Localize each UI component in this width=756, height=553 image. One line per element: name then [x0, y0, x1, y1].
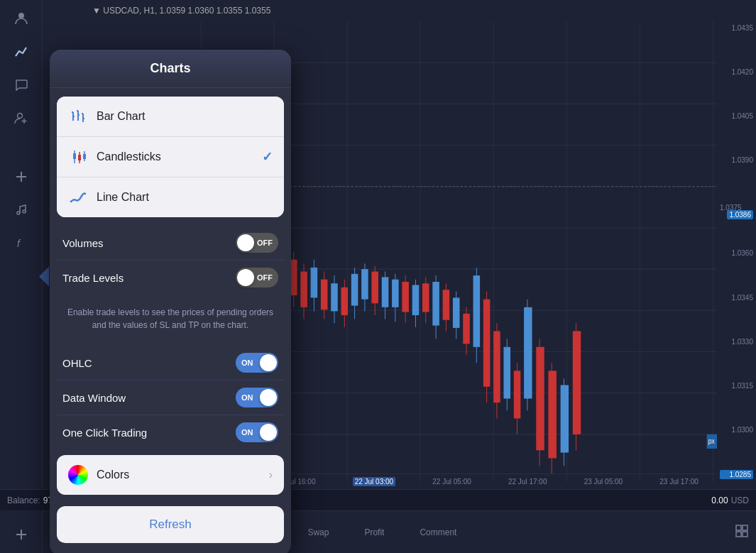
chart-type-bar[interactable]: Bar Chart [57, 97, 284, 137]
toggle-knob-5 [260, 424, 277, 441]
svg-rect-77 [432, 282, 439, 326]
charts-panel: Charts Bar Chart [50, 50, 291, 553]
color-wheel-icon [68, 465, 88, 485]
svg-rect-75 [422, 283, 429, 312]
svg-rect-120 [736, 532, 741, 537]
svg-point-107 [18, 13, 24, 18]
svg-rect-61 [351, 274, 358, 306]
sidebar-icon-chart[interactable] [10, 40, 33, 63]
svg-rect-79 [443, 290, 450, 320]
settings-section-2: OHLC ON Data Window ON One Click Trading… [57, 346, 284, 449]
svg-rect-71 [402, 282, 409, 312]
sidebar-icon-chat[interactable] [10, 74, 33, 97]
svg-rect-132 [73, 153, 76, 159]
toggle-knob [237, 234, 254, 251]
sidebar-icon-music-note[interactable] [10, 199, 33, 221]
data-window-toggle[interactable]: ON [236, 388, 278, 407]
chart-types-list: Bar Chart Candlesticks ✓ [57, 97, 284, 217]
svg-rect-83 [463, 314, 470, 344]
line-chart-icon [68, 187, 88, 207]
svg-rect-63 [361, 269, 368, 300]
svg-rect-99 [548, 371, 556, 458]
toggle-knob-2 [237, 269, 254, 286]
low-price-badge: 1.0285 [720, 470, 753, 479]
svg-rect-89 [493, 331, 500, 403]
svg-rect-97 [536, 347, 544, 450]
svg-text:f: f [17, 238, 21, 249]
svg-rect-87 [483, 300, 491, 387]
svg-rect-95 [524, 307, 532, 399]
sidebar-icon-person-add[interactable] [10, 107, 33, 130]
chart-type-line[interactable]: Line Chart [57, 177, 284, 217]
ohlc-toggle[interactable]: ON [236, 353, 278, 373]
candlestick-icon [68, 147, 88, 167]
ohlc-row: OHLC ON [57, 346, 284, 380]
active-time-label: 22 Jul 03:00 [353, 477, 396, 486]
svg-rect-118 [736, 525, 741, 530]
svg-point-113 [17, 212, 20, 214]
chart-header: ▼ USDCAD, H1, 1.0359 1.0360 1.0355 1.035… [92, 6, 270, 16]
svg-rect-119 [743, 525, 747, 530]
toggle-knob-3 [260, 354, 277, 371]
refresh-button[interactable]: Refresh [57, 506, 284, 543]
sidebar-icon-function[interactable]: f [10, 232, 33, 255]
svg-rect-65 [371, 271, 378, 303]
volumes-toggle[interactable]: OFF [236, 233, 278, 253]
svg-rect-101 [561, 385, 569, 452]
price-axis: 1.0435 1.0420 1.0405 1.0390 1.0375 1.038… [717, 21, 756, 482]
current-price-badge: 1.0386 [727, 210, 753, 219]
toggle-knob-4 [260, 389, 277, 406]
trade-levels-toggle[interactable]: OFF [236, 268, 278, 288]
svg-rect-121 [743, 532, 747, 537]
chart-type-candlesticks[interactable]: Candlesticks ✓ [57, 137, 284, 177]
candlesticks-checkmark: ✓ [262, 149, 273, 165]
colors-item[interactable]: Colors › [57, 455, 284, 495]
data-window-row: Data Window ON [57, 380, 284, 415]
chevron-right-icon: › [269, 469, 273, 481]
svg-rect-67 [382, 277, 389, 307]
svg-rect-59 [341, 288, 349, 315]
help-text: Enable trade levels to see the prices of… [50, 300, 291, 340]
svg-rect-85 [473, 275, 481, 347]
one-click-trading-toggle[interactable]: ON [236, 422, 278, 442]
svg-point-114 [23, 210, 26, 213]
bar-chart-icon [68, 106, 88, 126]
svg-rect-51 [300, 271, 307, 307]
svg-rect-53 [311, 268, 318, 298]
svg-text:px: px [708, 438, 715, 446]
settings-section-1: Volumes OFF Trade Levels OFF [57, 226, 284, 295]
panel-header: Charts [50, 50, 291, 88]
svg-rect-134 [78, 155, 81, 160]
trade-levels-row: Trade Levels OFF [57, 261, 284, 295]
svg-rect-49 [290, 260, 297, 295]
svg-rect-55 [321, 280, 328, 310]
svg-rect-57 [331, 283, 338, 311]
svg-rect-93 [514, 371, 521, 418]
svg-rect-73 [412, 285, 420, 315]
colors-section: Colors › [57, 455, 284, 495]
svg-rect-136 [83, 154, 86, 159]
sidebar-icon-plus-bottom[interactable] [10, 523, 33, 546]
sidebar-icon-person[interactable] [10, 7, 33, 30]
grid-icon[interactable] [735, 524, 749, 541]
sidebar-icon-plus[interactable] [10, 165, 33, 188]
svg-point-108 [17, 114, 22, 119]
volumes-row: Volumes OFF [57, 226, 284, 261]
left-sidebar: f H1 [0, 0, 43, 553]
svg-rect-91 [503, 347, 510, 399]
svg-rect-81 [453, 297, 460, 328]
svg-rect-69 [392, 280, 399, 307]
one-click-trading-row: One Click Trading ON [57, 415, 284, 449]
svg-rect-103 [573, 331, 581, 434]
